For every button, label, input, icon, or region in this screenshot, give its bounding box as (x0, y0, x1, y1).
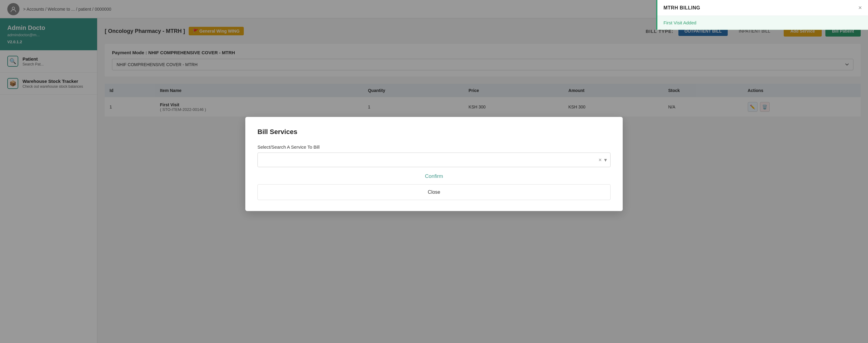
toast-header: MTRH BILLING × (657, 0, 868, 16)
service-select-wrapper: × ▾ (257, 153, 611, 167)
modal-title: Bill Services (257, 128, 611, 136)
modal-search-label: Select/Search A Service To Bill (257, 144, 611, 149)
toast-notification: MTRH BILLING × First Visit Added (656, 0, 868, 30)
toast-title: MTRH BILLING (663, 5, 700, 11)
toast-message: First Visit Added (657, 16, 868, 30)
service-search-input[interactable] (257, 153, 611, 167)
bill-services-modal: Bill Services Select/Search A Service To… (245, 117, 623, 211)
close-button[interactable]: Close (257, 184, 611, 200)
clear-icon[interactable]: × (598, 156, 602, 163)
confirm-button[interactable]: Confirm (257, 173, 611, 179)
toast-close-button[interactable]: × (858, 4, 862, 11)
chevron-down-icon[interactable]: ▾ (604, 156, 607, 163)
select-icons: × ▾ (598, 156, 607, 163)
